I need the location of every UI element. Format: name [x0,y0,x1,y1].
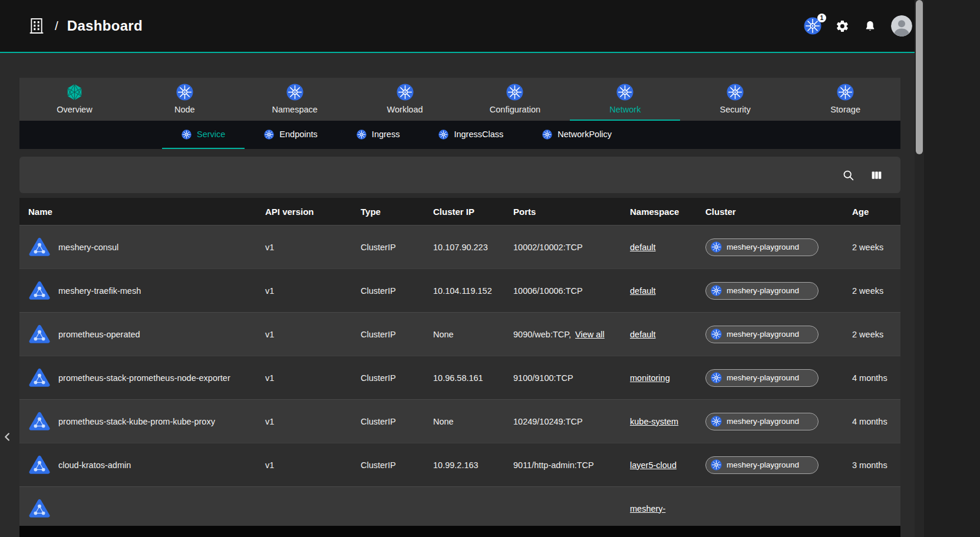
user-avatar[interactable] [891,15,912,37]
service-name: prometheus-operated [58,330,140,339]
cluster-chip[interactable]: meshery-playground [705,282,819,300]
table-footer-band [19,526,900,537]
service-name: prometheus-stack-kube-prom-kube-proxy [58,417,215,426]
kubernetes-icon [506,84,523,101]
column-header-namespace[interactable]: Namespace [630,207,705,217]
namespace-link[interactable]: layer5-cloud [630,460,677,470]
app-window: / Dashboard 1 Overview [0,0,924,537]
cluster-ip-cell: None [433,330,513,339]
subtab-service[interactable]: Service [162,121,245,149]
breadcrumb: / Dashboard [27,16,143,35]
subtab-networkpolicy[interactable]: NetworkPolicy [523,121,631,149]
table-row[interactable]: cloud-kratos-admin v1 ClusterIP 10.99.2.… [19,443,900,486]
namespace-link[interactable]: default [630,286,656,296]
cluster-chip[interactable]: meshery-playground [705,413,819,430]
type-cell: ClusterIP [361,243,433,252]
namespace-cell: meshery- [630,504,705,513]
age-cell: 2 weeks [852,286,900,296]
namespace-link[interactable]: meshery- [630,504,665,513]
ports-cell: 9100/9100:TCP [513,373,630,383]
column-header-api-version[interactable]: API version [265,207,361,217]
cluster-chip[interactable]: meshery-playground [705,238,819,256]
cluster-chip[interactable]: meshery-playground [705,456,819,474]
topbar: / Dashboard 1 [0,0,924,52]
resource-category-tabs: Overview Node Namespace Workload [19,78,900,121]
table-row[interactable]: meshery- [19,486,900,530]
cluster-count-badge: 1 [817,14,826,22]
tab-network[interactable]: Network [570,78,680,121]
subtab-endpoints[interactable]: Endpoints [245,121,337,149]
column-header-cluster-ip[interactable]: Cluster IP [433,207,513,217]
ports-cell: 10006/10006:TCP [513,286,630,296]
column-header-cluster[interactable]: Cluster [705,207,852,217]
api-version-cell: v1 [265,286,361,296]
cluster-chip[interactable]: meshery-playground [705,326,819,343]
kubernetes-icon [286,84,303,101]
namespace-cell: layer5-cloud [630,460,705,470]
table-row[interactable]: meshery-consul v1 ClusterIP 10.107.90.22… [19,225,900,268]
cluster-name: meshery-playground [727,460,799,469]
ports-cell: 10249/10249:TCP [513,417,630,426]
kubernetes-icon [711,285,722,296]
tab-label: Security [720,105,750,114]
view-all-ports-link[interactable]: View all [575,330,605,339]
age-cell: 4 months [852,417,900,426]
column-header-age[interactable]: Age [852,207,900,217]
tab-node[interactable]: Node [130,78,240,121]
service-icon [28,412,51,432]
kubernetes-icon [182,130,192,140]
tab-storage[interactable]: Storage [790,78,900,121]
age-cell: 4 months [852,373,900,383]
notifications-bell-button[interactable] [863,19,877,33]
subtab-ingressclass[interactable]: IngressClass [419,121,523,149]
namespace-link[interactable]: default [630,330,656,339]
scrollbar-thumb[interactable] [916,0,923,154]
namespace-link[interactable]: kube-system [630,417,678,426]
table-row[interactable]: prometheus-stack-kube-prom-kube-proxy v1… [19,399,900,443]
namespace-link[interactable]: monitoring [630,373,670,383]
collapse-drawer-button[interactable] [0,427,15,446]
network-subtabs: Service Endpoints Ingress IngressClass [19,121,900,149]
cluster-cell: meshery-playground [705,456,852,474]
table-row[interactable]: prometheus-stack-prometheus-node-exporte… [19,356,900,399]
type-cell: ClusterIP [361,417,433,426]
cluster-name: meshery-playground [727,417,799,426]
tab-configuration[interactable]: Configuration [460,78,570,121]
api-version-cell: v1 [265,417,361,426]
subtab-label: NetworkPolicy [557,130,612,139]
table-toolbar [19,157,900,193]
subtab-ingress[interactable]: Ingress [337,121,420,149]
namespace-cell: default [630,330,705,339]
kubernetes-icon [616,84,633,101]
service-icon [28,499,51,519]
service-name: prometheus-stack-prometheus-node-exporte… [58,373,230,383]
settings-button[interactable] [836,19,849,33]
tab-overview[interactable]: Overview [19,78,130,121]
column-header-ports[interactable]: Ports [513,207,630,217]
namespace-link[interactable]: default [630,243,656,252]
tab-workload[interactable]: Workload [350,78,460,121]
search-button[interactable] [842,169,854,181]
kubernetes-icon [727,84,744,101]
name-cell: prometheus-stack-prometheus-node-exporte… [19,368,265,388]
building-icon[interactable] [27,16,46,35]
cluster-name: meshery-playground [727,373,799,382]
view-columns-button[interactable] [870,169,883,181]
table-row[interactable]: meshery-traefik-mesh v1 ClusterIP 10.104… [19,268,900,312]
service-icon [28,455,51,475]
cluster-chip[interactable]: meshery-playground [705,369,819,387]
kubernetes-icon [711,459,722,470]
vertical-scrollbar[interactable] [915,0,924,537]
kubernetes-icon [176,84,193,101]
cluster-cell: meshery-playground [705,282,852,300]
column-header-name[interactable]: Name [19,207,265,217]
column-header-type[interactable]: Type [361,207,433,217]
name-cell: meshery-traefik-mesh [19,281,265,301]
tab-label: Configuration [490,105,540,114]
table-row[interactable]: prometheus-operated v1 ClusterIP None 90… [19,312,900,356]
service-icon [28,368,51,388]
cluster-connection-button[interactable]: 1 [804,17,821,35]
api-version-cell: v1 [265,243,361,252]
tab-security[interactable]: Security [680,78,790,121]
tab-namespace[interactable]: Namespace [240,78,350,121]
